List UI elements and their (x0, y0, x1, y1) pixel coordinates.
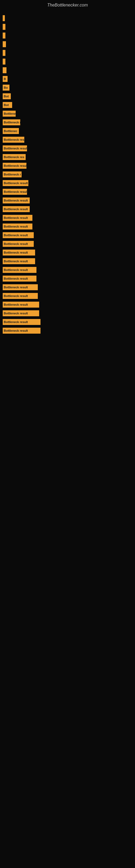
bar-item: Bottleneck result (3, 310, 39, 316)
bar-item: Bottleneck re (3, 119, 20, 125)
bar-label: Bottleneck result (4, 329, 28, 332)
bar-row: Bottleneck result (3, 249, 132, 256)
bar-row: Bottleneck result (3, 292, 132, 300)
bar-row: Bottleneck result (3, 214, 132, 222)
bar-row: Bottleneck result (3, 231, 132, 239)
bar-item: B (3, 76, 8, 82)
bar-label: Bottleneck result (4, 182, 28, 185)
bar-label: Bottleneck result (4, 234, 28, 237)
bars-container: BBoBotBotBottleneBottleneck reBottlenecB… (0, 9, 135, 338)
bar-label: Bottleneck result (4, 225, 28, 228)
site-title: TheBottlenecker.com (0, 0, 135, 9)
bar-row: Bottleneck res (3, 136, 132, 144)
bar-label: Bottleneck result (4, 199, 28, 202)
bar-label: Bottleneck res (4, 155, 24, 159)
bar-label: Bottleneck result (4, 268, 28, 272)
bar-label: Bottleneck result (4, 320, 28, 323)
bar-item: Bottleneck result (3, 241, 34, 247)
bar-item: Bottleneck res (3, 154, 26, 160)
bar-item: Bottleneck resul (3, 163, 27, 169)
bar-item: Bottleneck result (3, 258, 35, 264)
bar-label: Bottleneck result (4, 303, 28, 306)
bar-item (3, 15, 5, 21)
bar-item: Bottleneck result (3, 302, 39, 308)
bar-row (3, 58, 132, 65)
bar-item: Bottleneck result (3, 197, 30, 204)
bar-item: Bot (3, 102, 12, 108)
bar-label: Bottlene (4, 112, 16, 115)
bar-row: Bo (3, 84, 132, 91)
bar-row: Bottleneck result (3, 318, 132, 326)
bar-item: Bottleneck result (3, 145, 27, 151)
bar-row (3, 23, 132, 31)
bar-row: Bottleneck result (3, 240, 132, 248)
bar-item (3, 50, 5, 56)
bar-item (3, 67, 6, 73)
bar-label: Bottleneck result (4, 294, 28, 298)
bar-item: Bottleneck result (3, 267, 37, 273)
bar-row (3, 14, 132, 22)
bar-item (3, 59, 5, 65)
bar-label: Bottleneck result (4, 277, 28, 280)
bar-item: Bo (3, 85, 9, 91)
bar-row: Bottlenec (3, 127, 132, 135)
bar-label: Bottleneck result (4, 286, 28, 289)
bar-label: Bottleneck result (4, 312, 28, 315)
bar-item: Bottleneck result (3, 293, 38, 299)
bar-row: Bottleneck result (3, 257, 132, 265)
bar-row: B (3, 75, 132, 83)
bar-row: Bot (3, 101, 132, 109)
bar-item: Bottleneck r (3, 172, 21, 177)
bar-label: Bottleneck result (4, 147, 27, 150)
bar-label: Bo (4, 86, 8, 89)
bar-label: Bottleneck result (4, 242, 28, 246)
bar-row: Bottleneck result (3, 310, 132, 317)
bar-row: Bottleneck res (3, 153, 132, 161)
bar-label: B (4, 77, 6, 81)
bar-row (3, 66, 132, 74)
bar-item: Bottleneck resul (3, 189, 27, 195)
bar-row (3, 40, 132, 48)
bar-item: Bottlene (3, 111, 16, 117)
bar-label: Bot (4, 95, 9, 98)
bar-label: Bottleneck resul (4, 190, 27, 193)
bar-row: Bottleneck result (3, 275, 132, 282)
bar-item (3, 33, 5, 38)
bar-row (3, 49, 132, 57)
bar-item: Bottleneck result (3, 206, 30, 212)
bar-label: Bottleneck r (4, 173, 21, 176)
bar-row: Bottlene (3, 110, 132, 118)
bar-item: Bottlenec (3, 128, 19, 134)
bar-row: Bottleneck result (3, 301, 132, 308)
bar-row: Bottleneck resul (3, 188, 132, 195)
bar-row: Bottleneck result (3, 145, 132, 152)
bar-item: Bottleneck result (3, 284, 38, 290)
bar-row: Bottleneck result (3, 266, 132, 274)
bar-item: Bottleneck result (3, 319, 41, 325)
bar-label: Bot (4, 103, 9, 106)
bar-row: Bottleneck r (3, 170, 132, 178)
bar-row: Bottleneck re (3, 119, 132, 126)
bar-row (3, 32, 132, 39)
bar-item: Bottleneck result (3, 223, 32, 229)
bar-label: Bottleneck result (4, 216, 28, 219)
bar-row: Bottleneck resul (3, 162, 132, 169)
bar-label: Bottleneck res (4, 138, 24, 141)
bar-item: Bottleneck result (3, 215, 32, 221)
bar-row: Bottleneck result (3, 197, 132, 204)
bar-row: Bottleneck result (3, 327, 132, 335)
bar-row: Bottleneck result (3, 205, 132, 213)
bar-row: Bottleneck result (3, 283, 132, 291)
bar-item: Bottleneck result (3, 276, 37, 282)
bar-label: Bottleneck re (4, 121, 20, 124)
bar-item: Bottleneck result (3, 180, 28, 186)
bar-label: Bottlenec (4, 129, 17, 133)
bar-label: Bottleneck result (4, 251, 28, 254)
bar-row: Bottleneck result (3, 223, 132, 230)
bar-row: Bottleneck result (3, 179, 132, 187)
bar-label: Bottleneck result (4, 259, 28, 263)
bar-item: Bottleneck result (3, 232, 34, 238)
bar-item: Bottleneck result (3, 250, 35, 255)
bar-item: Bot (3, 93, 11, 99)
bar-item: Bottleneck res (3, 137, 24, 143)
